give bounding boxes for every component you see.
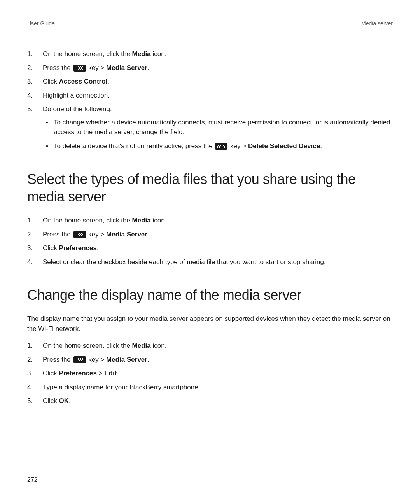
page-header: User Guide Media server xyxy=(27,19,393,28)
section-access-control: On the home screen, click the Media icon… xyxy=(27,49,393,151)
list-item: Press the key > Media Server. xyxy=(27,355,393,365)
header-right: Media server xyxy=(361,19,393,28)
list-item: To delete a device that's not currently … xyxy=(43,141,393,151)
list-item: Type a display name for your BlackBerry … xyxy=(27,382,393,392)
section-change-display-name: Change the display name of the media ser… xyxy=(27,286,393,406)
header-left: User Guide xyxy=(27,19,55,28)
section-heading: Select the types of media files that you… xyxy=(27,170,393,205)
list-item: Press the key > Media Server. xyxy=(27,63,393,73)
list-item: Click Preferences. xyxy=(27,243,393,253)
list-item: Click OK. xyxy=(27,396,393,406)
list-item: On the home screen, click the Media icon… xyxy=(27,341,393,351)
list-item: On the home screen, click the Media icon… xyxy=(27,49,393,59)
section-intro: The display name that you assign to your… xyxy=(27,314,393,334)
steps-list-1: On the home screen, click the Media icon… xyxy=(27,49,393,151)
steps-list-2: On the home screen, click the Media icon… xyxy=(27,215,393,267)
menu-key-icon xyxy=(74,231,86,238)
menu-key-icon xyxy=(215,143,228,150)
steps-list-3: On the home screen, click the Media icon… xyxy=(27,341,393,406)
page-number: 272 xyxy=(27,475,38,485)
list-item: Click Preferences > Edit. xyxy=(27,368,393,378)
section-select-media-types: Select the types of media files that you… xyxy=(27,170,393,267)
list-item: On the home screen, click the Media icon… xyxy=(27,215,393,226)
section-heading: Change the display name of the media ser… xyxy=(27,286,393,304)
list-item: Press the key > Media Server. xyxy=(27,229,393,240)
menu-key-icon xyxy=(74,356,86,363)
menu-key-icon xyxy=(74,65,86,72)
list-item: Highlight a connection. xyxy=(27,91,393,101)
list-item: Select or clear the checkbox beside each… xyxy=(27,257,393,267)
list-item: To change whether a device automatically… xyxy=(43,117,393,137)
list-item: Do one of the following: To change wheth… xyxy=(27,104,393,151)
list-item: Click Access Control. xyxy=(27,77,393,87)
sub-bullets: To change whether a device automatically… xyxy=(43,117,393,151)
